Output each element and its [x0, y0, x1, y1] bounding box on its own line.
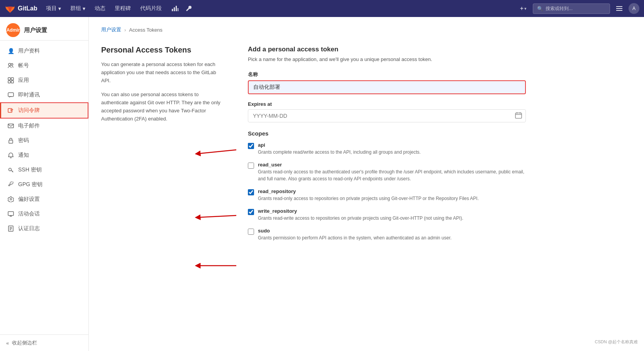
scope-write-repository-checkbox[interactable]	[248, 209, 254, 215]
scopes-title: Scopes	[248, 130, 526, 137]
scope-read-repository: read_repository Grants read-only access …	[248, 188, 526, 202]
scope-read-repository-name: read_repository	[258, 188, 479, 194]
nav-wrench-icon[interactable]	[183, 2, 195, 15]
sidebar-item-notifications[interactable]: 通知	[0, 148, 88, 163]
svg-rect-1	[174, 7, 175, 11]
scope-api-desc: Grants complete read/write access to the…	[258, 149, 421, 156]
scope-write-repository-name: write_repository	[258, 208, 463, 214]
gitlab-logo-icon	[5, 3, 15, 14]
nav-milestones[interactable]: 里程碑	[111, 0, 135, 17]
sidebar-item-ssh[interactable]: SSH 密钥	[0, 163, 88, 177]
breadcrumb: 用户设置 › Access Tokens	[101, 26, 632, 33]
scope-read-user-desc: Grants read-only access to the authentic…	[258, 168, 526, 182]
svg-rect-14	[8, 109, 12, 112]
svg-rect-6	[616, 10, 622, 11]
scope-api-checkbox[interactable]	[248, 143, 254, 149]
scope-read-user-checkbox[interactable]	[248, 163, 254, 169]
scope-write-repository-desc: Grants read-write access to repositories…	[258, 215, 463, 222]
avatar: Admir	[6, 23, 20, 37]
svg-rect-13	[8, 93, 14, 97]
sidebar-item-chat[interactable]: 即时通讯	[0, 88, 88, 102]
svg-rect-2	[176, 6, 177, 11]
nav-new-button[interactable]: + ▾	[517, 2, 530, 15]
content-grid: Personal Access Tokens You can generate …	[101, 46, 526, 248]
scope-read-user-name: read_user	[258, 162, 526, 168]
bell-icon	[7, 152, 14, 159]
calendar-icon[interactable]	[515, 112, 522, 120]
svg-rect-0	[172, 9, 173, 11]
scope-read-user: read_user Grants read-only access to the…	[248, 162, 526, 182]
svg-point-17	[9, 168, 12, 171]
name-input[interactable]	[248, 80, 526, 94]
panel-desc-1: You can generate a personal access token…	[101, 61, 225, 85]
scope-sudo: sudo Grants permission to perform API ac…	[248, 228, 526, 241]
sidebar-item-apps[interactable]: 应用	[0, 73, 88, 88]
apps-icon	[7, 77, 14, 84]
chevron-left-icon: «	[6, 340, 9, 346]
svg-rect-16	[9, 140, 13, 143]
monitor-icon	[7, 210, 14, 217]
sidebar-item-profile[interactable]: 👤 用户资料	[0, 44, 88, 58]
chevron-down-icon: ▾	[524, 6, 527, 11]
panel-title: Personal Access Tokens	[101, 46, 225, 54]
nav-snippets[interactable]: 代码片段	[136, 0, 166, 17]
svg-rect-15	[8, 124, 14, 128]
breadcrumb-parent-link[interactable]: 用户设置	[101, 26, 121, 33]
nav-toggle-sidebar-icon[interactable]	[613, 2, 625, 15]
scope-write-repository: write_repository Grants read-write acces…	[248, 208, 526, 222]
user-icon: 👤	[7, 47, 14, 54]
sidebar-item-gpg[interactable]: GPG 密钥	[0, 177, 88, 192]
sidebar-item-email[interactable]: 电子邮件	[0, 119, 88, 133]
svg-rect-12	[11, 81, 14, 83]
scope-read-repository-desc: Grants read-only access to repositories …	[258, 195, 479, 202]
scope-read-repository-checkbox[interactable]	[248, 189, 254, 195]
svg-rect-9	[8, 78, 10, 80]
breadcrumb-current: Access Tokens	[129, 27, 162, 33]
name-label: 名称	[248, 71, 526, 78]
nav-groups[interactable]: 群组 ▾	[66, 0, 89, 17]
top-navigation: GitLab 项目 ▾ 群组 ▾ 动态 里程碑 代码片段 + ▾	[0, 0, 644, 17]
search-icon: 🔍	[537, 6, 543, 12]
log-icon	[7, 225, 14, 232]
sidebar-collapse-button[interactable]: « 收起侧边栏	[0, 334, 88, 351]
chevron-down-icon: ▾	[83, 5, 85, 12]
brand-logo[interactable]: GitLab	[5, 3, 37, 14]
main-content: 用户设置 › Access Tokens Personal Access Tok…	[89, 17, 644, 351]
expires-input[interactable]	[248, 109, 526, 122]
expires-label: Expires at	[248, 101, 526, 107]
sidebar-item-auth-log[interactable]: 认证日志	[0, 221, 88, 236]
scope-sudo-checkbox[interactable]	[248, 229, 254, 235]
nav-chart-icon[interactable]	[169, 2, 181, 15]
sidebar-item-password[interactable]: 密码	[0, 133, 88, 148]
sidebar-item-active-sessions[interactable]: 活动会话	[0, 207, 88, 221]
svg-rect-10	[11, 78, 14, 80]
sidebar-header: Admir 用户设置	[0, 17, 88, 41]
svg-point-7	[8, 63, 11, 66]
scope-sudo-desc: Grants permission to perform API actions…	[258, 234, 452, 241]
sidebar-nav: 👤 用户资料 帐号	[0, 41, 88, 334]
svg-rect-3	[178, 8, 178, 11]
watermark: CSDN @起个名称真难	[595, 339, 638, 345]
nav-user-avatar[interactable]: A	[629, 3, 639, 14]
key-icon	[7, 166, 14, 173]
breadcrumb-separator: ›	[124, 27, 126, 33]
svg-point-8	[11, 64, 13, 66]
panel-desc-2: You can also use personal access tokens …	[101, 91, 225, 123]
sidebar-item-access-tokens[interactable]: 访问令牌	[0, 102, 88, 119]
token-icon	[7, 107, 14, 114]
gear-icon	[7, 196, 14, 203]
date-input-wrapper	[248, 109, 526, 122]
sidebar-item-account[interactable]: 帐号	[0, 58, 88, 73]
wrench-icon	[7, 181, 14, 188]
nav-projects[interactable]: 项目 ▾	[42, 0, 65, 17]
search-box[interactable]: 🔍 搜索或转到...	[533, 3, 610, 14]
svg-rect-21	[515, 113, 522, 118]
nav-right-area: + ▾ 🔍 搜索或转到... A	[517, 2, 639, 15]
nav-activity[interactable]: 动态	[91, 0, 109, 17]
email-icon	[7, 122, 14, 129]
left-panel: Personal Access Tokens You can generate …	[101, 46, 225, 248]
sidebar-item-preferences[interactable]: 偏好设置	[0, 192, 88, 207]
scopes-container: api Grants complete read/write access to…	[248, 142, 526, 241]
chevron-down-icon: ▾	[58, 5, 61, 12]
scope-api-name: api	[258, 142, 421, 148]
